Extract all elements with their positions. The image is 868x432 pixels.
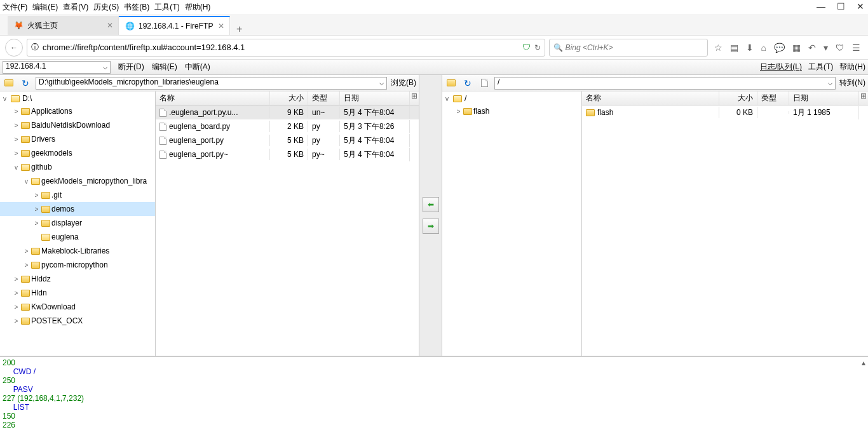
scroll-up-icon[interactable]: ▴ <box>862 358 865 367</box>
tab-fireftp[interactable]: 🌐 192.168.4.1 - FireFTP ✕ <box>119 16 230 35</box>
expander-icon[interactable]: > <box>13 150 20 157</box>
local-refresh-icon[interactable]: ↻ <box>19 77 32 90</box>
search-input[interactable] <box>566 43 703 52</box>
local-up-icon[interactable] <box>3 77 15 90</box>
list-row[interactable]: .euglena_port.py.u...9 KBun~5月 4 下午8:04 <box>156 105 419 119</box>
tools-button[interactable]: 工具(T) <box>808 62 833 72</box>
search-bar[interactable]: 🔍 <box>549 39 708 57</box>
local-list-header[interactable]: 名称 大小 类型 日期 ⊞ <box>156 91 419 105</box>
goto-button[interactable]: 转到(N) <box>839 78 865 88</box>
expander-icon[interactable]: v <box>444 95 451 102</box>
remote-path-input[interactable]: / <box>494 77 836 90</box>
disconnect-button[interactable]: 断开(D) <box>118 62 144 72</box>
downloads-icon[interactable]: ⬇ <box>746 43 754 53</box>
remote-newfile-icon[interactable] <box>478 77 491 90</box>
col-type[interactable]: 类型 <box>757 91 789 105</box>
tree-item[interactable]: >Hlddz <box>0 272 155 286</box>
remote-up-icon[interactable] <box>445 77 458 90</box>
expander-icon[interactable]: > <box>33 220 40 227</box>
list-row[interactable]: euglena_port.py5 KBpy5月 4 下午8:04 <box>156 133 419 147</box>
url-input[interactable] <box>43 43 519 52</box>
col-name[interactable]: 名称 <box>582 91 719 105</box>
expander-icon[interactable]: > <box>33 192 40 199</box>
close-icon[interactable]: ✕ <box>857 1 864 11</box>
help-button[interactable]: 帮助(H) <box>839 62 865 72</box>
tree-item[interactable]: >Drivers <box>0 132 155 146</box>
upload-button[interactable]: ➡ <box>423 219 439 234</box>
tree-item[interactable]: >Hldn <box>0 286 155 300</box>
expander-icon[interactable]: > <box>23 262 30 269</box>
tree-item[interactable]: >.git <box>0 188 155 202</box>
remote-tree[interactable]: v / >flash <box>442 91 582 356</box>
tree-item[interactable]: >Makeblock-Libraries <box>0 244 155 258</box>
expander-icon[interactable]: > <box>23 248 30 255</box>
col-size[interactable]: 大小 <box>270 91 308 105</box>
expander-icon[interactable]: > <box>13 108 20 115</box>
log-queue-button[interactable]: 日志/队列(L) <box>760 62 802 72</box>
tree-item[interactable]: >flash <box>442 104 581 118</box>
reload-icon[interactable]: ↻ <box>534 43 541 52</box>
grid-icon[interactable]: ▦ <box>792 43 801 53</box>
shield-icon[interactable]: 🛡 <box>522 43 531 52</box>
tree-item[interactable]: >BaiduNetdiskDownload <box>0 118 155 132</box>
menu-bookmarks[interactable]: 书签(B) <box>124 2 149 13</box>
home-icon[interactable]: ⌂ <box>761 43 766 53</box>
local-tree[interactable]: v D:\ >Applications>BaiduNetdiskDownload… <box>0 91 156 356</box>
remote-refresh-icon[interactable]: ↻ <box>461 77 474 90</box>
expander-icon[interactable]: v <box>1 95 8 102</box>
expander-icon[interactable]: v <box>23 178 30 185</box>
menu-file[interactable]: 文件(F) <box>3 2 27 13</box>
list-row[interactable]: flash0 KB1月 1 1985 <box>582 105 868 119</box>
tab-close-icon[interactable]: ✕ <box>218 22 224 30</box>
col-type[interactable]: 类型 <box>308 91 340 105</box>
expander-icon[interactable]: > <box>13 304 20 311</box>
tab-close-icon[interactable]: ✕ <box>107 21 113 30</box>
menu-history[interactable]: 历史(S) <box>93 2 119 13</box>
tab-firefox-home[interactable]: 🦊 火狐主页 ✕ <box>8 16 119 35</box>
sidebar-icon[interactable]: ▤ <box>730 43 738 53</box>
tree-item[interactable]: >demos <box>0 202 155 216</box>
new-tab-button[interactable]: + <box>230 24 248 35</box>
abort-button[interactable]: 中断(A) <box>185 62 210 72</box>
tree-item[interactable]: vgithub <box>0 160 155 174</box>
menu-help[interactable]: 帮助(H) <box>185 2 211 13</box>
log-panel[interactable]: 200 CWD /250 PASV227 (192,168,4,1,7,232)… <box>0 356 868 432</box>
col-date[interactable]: 日期 <box>789 91 859 105</box>
list-row[interactable]: euglena_board.py2 KBpy5月 3 下午8:26 <box>156 119 419 133</box>
drive-row[interactable]: v D:\ <box>0 93 155 104</box>
remote-list-header[interactable]: 名称 大小 类型 日期 ⊞ <box>582 91 868 105</box>
menu-view[interactable]: 查看(V) <box>63 2 88 13</box>
expander-icon[interactable]: v <box>13 164 20 171</box>
url-bar[interactable]: ⓘ 🛡 ↻ <box>27 39 545 57</box>
menu-edit[interactable]: 编辑(E) <box>32 2 58 13</box>
dropdown-icon[interactable]: ▾ <box>824 43 828 53</box>
expander-icon[interactable]: > <box>13 122 20 129</box>
expander-icon[interactable]: > <box>13 276 20 283</box>
expander-icon[interactable]: > <box>13 318 20 325</box>
expander-icon[interactable]: > <box>33 206 40 213</box>
download-button[interactable]: ⬅ <box>423 197 439 212</box>
bookmark-star-icon[interactable]: ☆ <box>714 43 722 53</box>
col-date[interactable]: 日期 <box>340 91 410 105</box>
maximize-icon[interactable]: ☐ <box>837 1 845 11</box>
expander-icon[interactable]: > <box>455 108 462 115</box>
tree-item[interactable]: >KwDownload <box>0 300 155 314</box>
info-icon[interactable]: ⓘ <box>31 42 39 53</box>
col-name[interactable]: 名称 <box>156 91 270 105</box>
account-select[interactable]: 192.168.4.1 <box>3 61 111 74</box>
tree-item[interactable]: >pycom-micropython <box>0 258 155 272</box>
chat-icon[interactable]: 💬 <box>774 43 785 53</box>
tree-item[interactable]: >Applications <box>0 104 155 118</box>
minimize-icon[interactable]: — <box>817 1 825 11</box>
undo-icon[interactable]: ↶ <box>808 43 816 53</box>
col-menu-icon[interactable]: ⊞ <box>859 91 868 105</box>
tree-item[interactable]: >POSTEK_OCX <box>0 314 155 328</box>
col-menu-icon[interactable]: ⊞ <box>410 91 419 105</box>
tree-item[interactable]: vgeekModels_micropython_libra <box>0 174 155 188</box>
browse-button[interactable]: 浏览(B) <box>391 78 416 88</box>
edit-button[interactable]: 编辑(E) <box>152 62 177 72</box>
tree-item[interactable]: >displayer <box>0 216 155 230</box>
back-button[interactable]: ← <box>5 39 23 57</box>
expander-icon[interactable]: > <box>13 136 20 143</box>
col-size[interactable]: 大小 <box>719 91 757 105</box>
